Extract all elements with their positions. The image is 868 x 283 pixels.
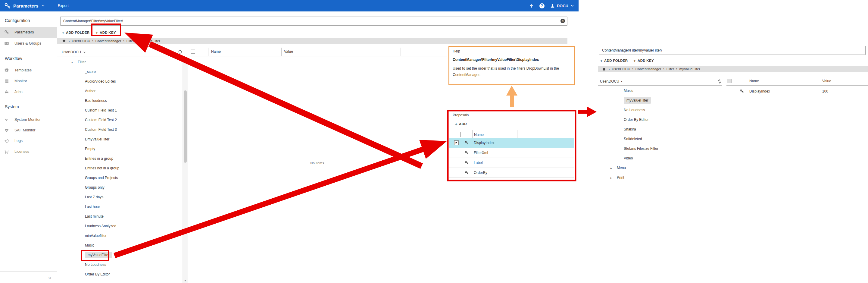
tree-item-label[interactable]: Print: [617, 175, 624, 180]
tree-item[interactable]: Entries not in a group: [57, 163, 182, 173]
tree-item-label[interactable]: Loudness Analyzed: [85, 224, 116, 228]
clear-input-icon[interactable]: ×: [560, 19, 565, 23]
tree-root-selector-right[interactable]: User\DOCU ▾: [600, 78, 623, 85]
tree-item[interactable]: No Loudness: [57, 260, 182, 270]
tree-item-label[interactable]: Entries not in a group: [85, 166, 119, 170]
tree-item-label[interactable]: Video: [624, 156, 633, 160]
tree-item[interactable]: Stefans Filesize Filter: [598, 144, 722, 153]
tree-item[interactable]: Groups and Projects: [57, 173, 182, 182]
add-folder-button[interactable]: + ADD FOLDER: [62, 29, 89, 36]
tree-item[interactable]: Music: [57, 240, 182, 250]
tree-item-label[interactable]: Custom Field Test 3: [85, 128, 117, 132]
breadcrumb-segment[interactable]: myValueFilter: [679, 67, 700, 71]
tree-item[interactable]: Last hour: [57, 202, 182, 211]
tree-item-label[interactable]: Music: [85, 243, 94, 248]
tree-item[interactable]: Shakira: [598, 124, 722, 134]
home-icon[interactable]: [602, 67, 606, 71]
column-divider[interactable]: [281, 48, 282, 56]
user-menu[interactable]: DOCU: [550, 3, 575, 8]
add-key-button-right[interactable]: + ADD KEY: [633, 57, 654, 64]
tree-item[interactable]: Empty: [57, 144, 182, 154]
tree-item-label[interactable]: Stefans Filesize Filter: [624, 146, 658, 151]
tree-item-label[interactable]: Custom Field Test 1: [85, 108, 117, 112]
add-key-button[interactable]: + ADD KEY: [95, 29, 116, 36]
proposals-row[interactable]: FilterXml: [450, 148, 574, 158]
tree-item[interactable]: Loudness Analyzed: [57, 221, 182, 231]
tree-item[interactable]: Groups only: [57, 182, 182, 192]
tree-item-label[interactable]: myValueFilter: [624, 97, 651, 104]
tree-item-label[interactable]: DmyValueFilter: [85, 137, 109, 141]
tree-item-label[interactable]: Custom Field Test 2: [85, 118, 117, 122]
tree-item[interactable]: Video: [598, 153, 722, 163]
tree-item-label[interactable]: Groups only: [85, 186, 104, 190]
collapsed-arrow-icon[interactable]: ▸: [611, 173, 614, 182]
cell-name[interactable]: DisplayIndex: [749, 86, 770, 96]
column-header-value-right[interactable]: Value: [822, 79, 831, 83]
tree-item[interactable]: DmyValueFilter: [57, 135, 182, 144]
tree-item-label[interactable]: No Loudness: [85, 262, 106, 267]
collapsed-arrow-icon[interactable]: ▸: [611, 163, 614, 173]
tree-item-label[interactable]: Order By Editor: [85, 272, 110, 276]
tree-item[interactable]: Softdeleted: [598, 134, 722, 144]
tree-item[interactable]: myValueFilter: [598, 95, 722, 105]
breadcrumb-segment[interactable]: Filter: [126, 39, 134, 43]
home-icon[interactable]: [62, 39, 66, 43]
tree-item-label[interactable]: Menu: [617, 166, 626, 170]
tree-item[interactable]: Custom Field Test 1: [57, 106, 182, 115]
refresh-icon-right[interactable]: [717, 79, 722, 84]
proposals-add-button[interactable]: + ADD: [455, 120, 467, 128]
tree-item-label[interactable]: minValuefilter: [85, 233, 106, 238]
menu-export[interactable]: Export: [58, 4, 69, 8]
tree-scrollbar[interactable]: ▲ ▼: [183, 57, 188, 283]
expanded-arrow-icon[interactable]: ▾: [71, 58, 75, 67]
scroll-up-icon[interactable]: ▲: [183, 58, 188, 61]
tree-item-label[interactable]: _score: [85, 69, 96, 74]
sidebar-item-monitor[interactable]: Monitor: [0, 76, 57, 86]
tree-item[interactable]: _score: [57, 67, 182, 77]
tree-item[interactable]: Audio/Video LoRes: [57, 77, 182, 86]
breadcrumb-segment[interactable]: Filter: [666, 67, 674, 71]
path-input[interactable]: [60, 17, 567, 26]
tree-root-selector[interactable]: User\DOCU: [62, 49, 86, 56]
tree-item[interactable]: ▾Filter: [57, 57, 182, 67]
upload-icon[interactable]: [529, 3, 534, 8]
sidebar-item-logs[interactable]: Logs: [0, 135, 57, 146]
sidebar-item-jobs[interactable]: Jobs: [0, 86, 57, 97]
tree-item-label[interactable]: Last hour: [85, 205, 100, 209]
proposals-row[interactable]: ✔DisplayIndex: [450, 138, 574, 148]
cell-value[interactable]: 100: [822, 86, 828, 96]
breadcrumb-segment[interactable]: User\DOCU: [72, 39, 90, 43]
proposal-name[interactable]: OrderBy: [474, 168, 487, 177]
sidebar-item-users-groups[interactable]: Users & Groups: [0, 38, 57, 49]
tree-item[interactable]: Music: [598, 86, 722, 95]
tree-item-label[interactable]: Author: [85, 89, 95, 93]
tree-item-label[interactable]: Shakira: [624, 127, 636, 132]
tree-item-label[interactable]: Last minute: [85, 214, 103, 219]
tree-item[interactable]: minValuefilter: [57, 231, 182, 240]
tree-item-label[interactable]: Music: [624, 89, 633, 93]
proposals-row[interactable]: Label: [450, 158, 574, 168]
proposals-column-header-name[interactable]: Name: [474, 133, 484, 137]
tree-item-label[interactable]: Audio/Video LoRes: [85, 79, 116, 84]
tree-item-label[interactable]: myValueFilter: [85, 252, 112, 258]
breadcrumb-segment[interactable]: User\DOCU: [612, 67, 630, 71]
tree-item-label[interactable]: Empty: [85, 147, 95, 151]
tree-item[interactable]: Last minute: [57, 211, 182, 221]
tree-item-label[interactable]: Order By Editor: [624, 117, 649, 122]
proposal-name[interactable]: FilterXml: [474, 148, 488, 158]
tree-item[interactable]: ▸Menu: [598, 163, 722, 173]
breadcrumb-segment[interactable]: ContentManager: [95, 39, 121, 43]
help-icon[interactable]: ?: [539, 3, 545, 8]
tree-item[interactable]: Bad loudness: [57, 96, 182, 106]
tree-item-label[interactable]: Entries in a group: [85, 157, 113, 161]
tree-item[interactable]: Entries in a group: [57, 154, 182, 163]
sidebar-item-licenses[interactable]: Licenses: [0, 146, 57, 157]
row-checkbox-checked[interactable]: ✔: [454, 140, 459, 145]
sidebar-collapse-button[interactable]: «: [0, 271, 57, 283]
add-folder-button-right[interactable]: + ADD FOLDER: [600, 57, 628, 64]
column-header-name[interactable]: Name: [211, 50, 221, 54]
sidebar-item-templates[interactable]: Templates: [0, 65, 57, 76]
select-all-checkbox[interactable]: [191, 49, 195, 54]
select-all-checkbox-right[interactable]: [727, 79, 732, 83]
tree-item-label[interactable]: Groups and Projects: [85, 176, 118, 180]
